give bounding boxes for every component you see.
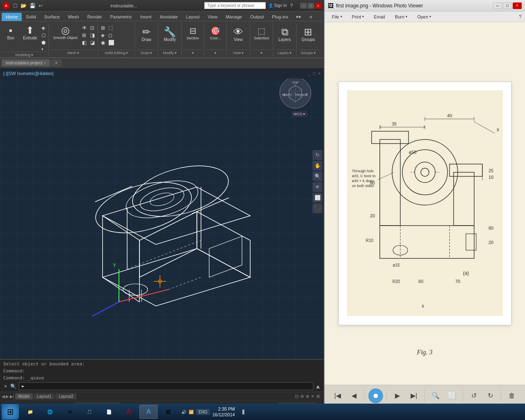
taskbar-email[interactable]: ✉ [61,405,79,419]
viewport-minimize-icon[interactable]: _ [308,71,310,76]
show-desktop-button[interactable]: ▋ [242,410,246,414]
viewport-maximize-icon[interactable]: □ [313,71,316,76]
mesh-btn-6[interactable]: ◪ [89,39,96,46]
view-cube[interactable]: TOP LEFT FRONT W E [279,76,312,109]
statusbar-icon-4[interactable]: ✕ [311,394,315,399]
tab-close-icon[interactable]: × [44,61,46,65]
tab-manage[interactable]: Manage [221,13,246,21]
autocad-viewport[interactable]: [-][SW Isometric][Hidden] _ □ × TOP LEFT… [0,68,324,359]
pv-menu-burn[interactable]: Burn ▾ [391,13,411,21]
groups-dropdown-icon[interactable]: ▾ [314,51,316,55]
mesh-btn-2[interactable]: ⊞ [81,32,88,39]
selection-button[interactable]: ⬚ Selection [253,25,270,41]
solid-editing-dropdown-icon[interactable]: ▾ [126,51,128,55]
command-input[interactable] [19,382,313,390]
status-arrows-end[interactable]: ▶| [10,394,14,399]
taskbar-notepad[interactable]: 📄 [100,405,118,419]
pv-prev-button[interactable]: ◀ [347,388,361,403]
model-tab[interactable]: Model [15,393,33,399]
autocad-search-input[interactable] [204,2,266,9]
tab-home[interactable]: Home [2,13,22,21]
viewport-close-icon[interactable]: × [318,71,321,76]
pv-actual-size-button[interactable]: ⬜ [445,388,459,403]
solid-btn-4[interactable]: ⬚ [107,25,116,31]
layout2-tab[interactable]: Layout2 [55,393,77,399]
tab-view[interactable]: View [204,13,222,21]
statusbar-icon-2[interactable]: ⊕ [300,394,304,399]
pv-last-button[interactable]: ▶| [406,388,421,403]
pv-menu-email[interactable]: Email [370,13,389,21]
project-tab[interactable]: instructables project × [2,59,50,66]
pv-close-button[interactable]: × [513,2,522,9]
modeling-btn-2[interactable]: ⬡ [40,32,47,39]
modeling-dropdown[interactable]: ▾ [40,47,47,52]
close-button[interactable]: × [315,3,322,9]
new-tab-button[interactable]: + [51,59,62,66]
pv-menu-open[interactable]: Open ▾ [413,13,435,21]
look-tool[interactable]: 👁 [313,182,322,192]
maximize-button[interactable]: □ [308,3,314,9]
modeling-btn-3[interactable]: ⬢ [40,39,47,46]
tab-annotate[interactable]: Annotate [155,13,182,21]
taskbar-file-explorer[interactable]: 📁 [21,405,39,419]
pv-first-button[interactable]: |◀ [330,388,345,403]
command-up-icon[interactable]: ▲ [315,383,321,390]
mesh-btn-4[interactable]: ⊡ [89,25,96,31]
tab-insert[interactable]: Insert [136,13,156,21]
solid-btn-5[interactable]: ◻ [107,32,116,39]
layers-dropdown-icon[interactable]: ▾ [290,51,292,55]
minimize-button[interactable]: – [300,3,307,9]
pv-rotate-cw-button[interactable]: ↻ [483,388,498,403]
mesh-dropdown-icon[interactable]: ▾ [77,51,79,55]
pv-minimize-button[interactable]: – [493,2,502,9]
toolbar-icon-new[interactable]: ☐ [12,2,18,9]
flythrough-tool[interactable]: ⬛ [313,203,322,213]
pv-menu-file[interactable]: File ▾ [328,13,346,21]
box-button[interactable]: ▪ Box [2,24,20,42]
pv-next-button[interactable]: ▶ [390,388,405,403]
tab-plug-ins[interactable]: Plug-ins [268,13,292,21]
taskbar-acrobat[interactable]: A [120,405,138,419]
mesh-btn-3[interactable]: ◧ [81,39,88,46]
view-dropdown-icon[interactable]: ▾ [242,51,244,55]
pv-menu-print[interactable]: Print ▾ [348,13,368,21]
statusbar-icon-3[interactable]: ⊗ [306,394,309,399]
mesh-btn-1[interactable]: 👁 [81,25,88,31]
view-button[interactable]: 👁 View [229,25,247,43]
layers-button[interactable]: ⧉ Layers [276,25,294,43]
tab-parametric[interactable]: Parametric [106,13,136,21]
taskbar-browser[interactable]: 🌐 [41,405,59,419]
solid-btn-6[interactable]: ⬜ [107,39,116,46]
toolbar-icon-undo[interactable]: ↩ [38,2,43,9]
start-button[interactable]: ⊞ [2,404,19,420]
language-indicator[interactable]: ENG [196,409,210,415]
draw-dropdown-icon[interactable]: ▾ [150,51,152,55]
tab-more[interactable]: ▸▸ [292,12,306,21]
modeling-btn-1[interactable]: ◈ [40,25,47,31]
pv-maximize-button[interactable]: □ [503,2,512,9]
tab-render[interactable]: Render [83,13,106,21]
modify-button[interactable]: 🔧 Modify [161,25,179,43]
mesh-btn-5[interactable]: ◨ [89,32,96,39]
pv-delete-button[interactable]: 🗑 [504,388,519,403]
toolbar-icon-open[interactable]: 📂 [20,2,27,9]
tab-layout[interactable]: Layout [182,13,203,21]
modify-dropdown-icon[interactable]: ▾ [175,51,177,55]
tray-icon-1[interactable]: 🔊 [181,410,186,414]
orbit-tool[interactable]: ↻ [313,150,322,160]
status-arrows-left[interactable]: ◀ [2,394,5,399]
toolbar-icon-save[interactable]: 💾 [29,2,37,9]
tab-mesh[interactable]: Mesh [64,13,83,21]
solid-btn-2[interactable]: ◈ [100,32,106,39]
smooth-object-button[interactable]: ◎ Smooth Object [50,24,80,41]
command-search-icon[interactable]: 🔍 [9,383,17,390]
tab-solid[interactable]: Solid [22,13,40,21]
taskbar-photo[interactable]: 🖼 [159,405,177,419]
tab-options[interactable]: ≡ [306,13,316,21]
pv-slideshow-button[interactable]: ⏺ [368,388,383,403]
taskbar-mediaplayer[interactable]: 🎵 [80,405,98,419]
extrude-button[interactable]: ⬆ Extrude [21,24,39,42]
walk-tool[interactable]: ⬜ [313,193,322,203]
command-close-icon[interactable]: × [3,383,8,390]
tab-output[interactable]: Output [246,13,268,21]
